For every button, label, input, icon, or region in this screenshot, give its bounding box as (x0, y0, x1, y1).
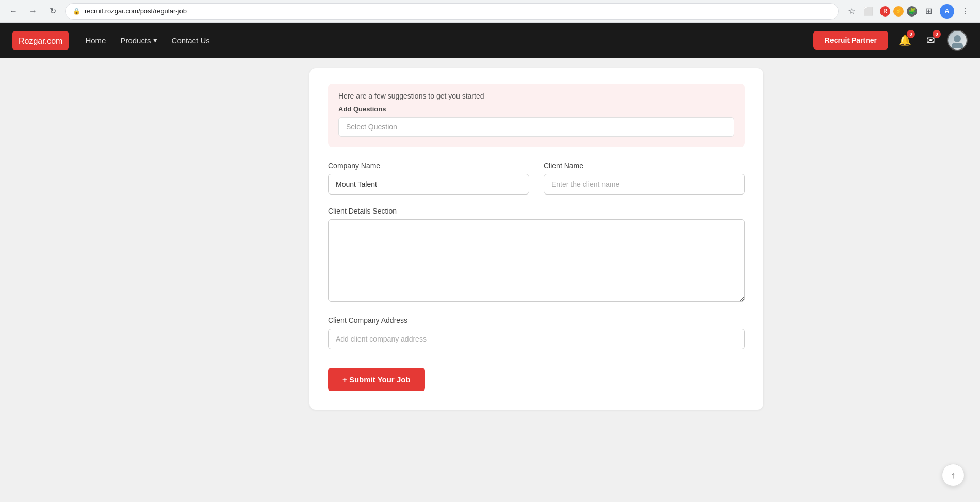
company-client-row: Company Name Client Name (328, 161, 745, 195)
suggestions-text: Here are a few suggestions to get you st… (338, 92, 734, 100)
form-card: Here are a few suggestions to get you st… (309, 68, 763, 410)
nav-home[interactable]: Home (85, 36, 106, 45)
navbar-right: Recruit Partner 🔔 0 ✉ 0 (813, 30, 968, 51)
submit-job-button[interactable]: + Submit Your Job (328, 368, 425, 391)
browser-chrome: ← → ↻ 🔒 recruit.rozgar.com/post/regular-… (0, 0, 980, 23)
recruit-partner-button[interactable]: Recruit Partner (813, 31, 888, 50)
sidebar (217, 68, 309, 410)
logo-text: Rozgar (19, 37, 45, 45)
navbar: Rozgar.com Home Products ▾ Contact Us Re… (0, 23, 980, 58)
page-content: Here are a few suggestions to get you st… (0, 58, 980, 502)
layout: Here are a few suggestions to get you st… (206, 58, 774, 410)
refresh-button[interactable]: ↻ (45, 4, 60, 19)
client-address-label: Client Company Address (328, 316, 745, 325)
ext-icon-red: R (880, 6, 890, 17)
security-icon: 🔒 (73, 8, 80, 15)
nav-contact[interactable]: Contact Us (172, 36, 210, 45)
forward-button[interactable]: → (26, 4, 40, 19)
back-button[interactable]: ← (6, 4, 21, 19)
avatar[interactable] (947, 30, 968, 51)
client-name-label: Client Name (544, 161, 745, 170)
logo[interactable]: Rozgar.com (12, 31, 69, 50)
company-name-group: Company Name (328, 161, 529, 195)
scroll-to-top-button[interactable]: ↑ (942, 464, 965, 487)
avatar-body (952, 43, 963, 48)
extensions-button[interactable]: ⊞ (920, 3, 937, 20)
nav-products[interactable]: Products ▾ (120, 36, 157, 45)
client-details-label: Client Details Section (328, 207, 745, 215)
client-name-input[interactable] (544, 174, 745, 195)
client-address-input[interactable] (328, 329, 745, 349)
address-bar[interactable]: 🔒 recruit.rozgar.com/post/regular-job (65, 3, 839, 20)
company-name-label: Company Name (328, 161, 529, 170)
client-name-group: Client Name (544, 161, 745, 195)
avatar-figure (950, 35, 965, 50)
bookmark-icon[interactable]: ☆ (848, 6, 855, 16)
ext-icon-yellow: ⚡ (893, 6, 904, 17)
mail-button[interactable]: ✉ 0 (921, 31, 940, 50)
logo-suffix: .com (45, 37, 63, 45)
client-details-group: Client Details Section (328, 207, 745, 304)
browser-profile[interactable]: A (940, 4, 954, 19)
notification-badge: 0 (907, 30, 915, 38)
avatar-head (954, 35, 961, 42)
add-questions-label: Add Questions (338, 105, 734, 113)
avatar-inner (948, 31, 967, 50)
company-name-input[interactable] (328, 174, 529, 195)
suggestions-section: Here are a few suggestions to get you st… (328, 84, 745, 147)
browser-action-buttons: ⬜ R ⚡ 🧩 ⊞ A ⋮ (860, 3, 974, 20)
select-question-dropdown[interactable]: Select Question (338, 117, 734, 137)
cast-icon[interactable]: ⬜ (860, 3, 877, 20)
client-details-textarea[interactable] (328, 219, 745, 302)
chevron-down-icon: ▾ (153, 36, 157, 45)
nav-links: Home Products ▾ Contact Us (85, 36, 813, 45)
client-address-group: Client Company Address (328, 316, 745, 349)
content-area: Here are a few suggestions to get you st… (309, 68, 763, 410)
url-text: recruit.rozgar.com/post/regular-job (85, 7, 831, 15)
notification-button[interactable]: 🔔 0 (895, 31, 914, 50)
menu-button[interactable]: ⋮ (957, 3, 974, 20)
mail-badge: 0 (933, 30, 941, 38)
ext-icon-puzzle: 🧩 (907, 6, 917, 17)
